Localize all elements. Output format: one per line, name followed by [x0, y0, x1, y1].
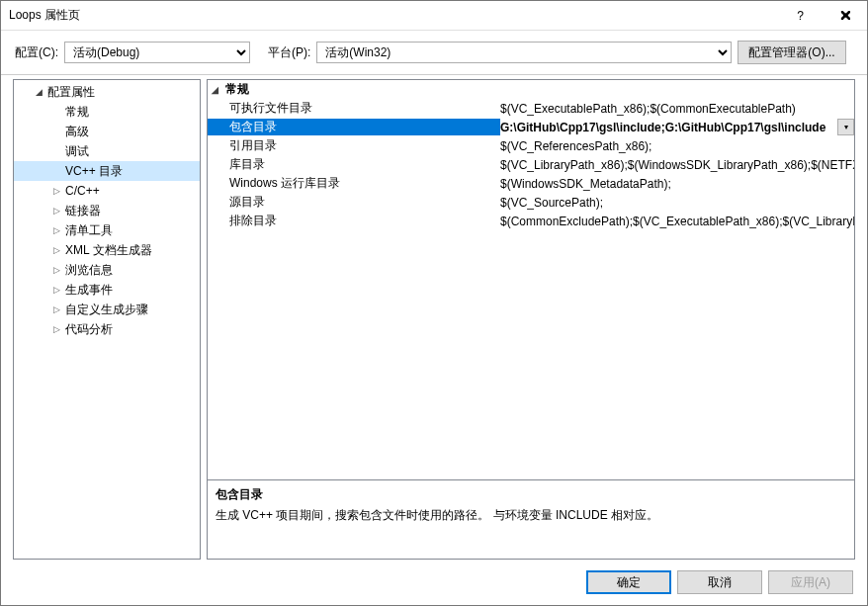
tree-item-label: 代码分析: [65, 321, 113, 338]
grid-row-label: 库目录: [208, 156, 500, 173]
grid-row-value[interactable]: $(VC_LibraryPath_x86);$(WindowsSDK_Libra…: [500, 158, 854, 172]
grid-row[interactable]: 包含目录G:\GitHub\Cpp17\gsl\include;G:\GitHu…: [208, 118, 854, 136]
tree-item[interactable]: ▷自定义生成步骤: [14, 300, 200, 319]
grid-row[interactable]: 排除目录$(CommonExcludePath);$(VC_Executable…: [208, 212, 854, 230]
tree-item-label: 高级: [65, 124, 89, 140]
tree-item-label: 清单工具: [65, 222, 113, 239]
chevron-right-icon: ▷: [53, 245, 65, 255]
grid-section-header[interactable]: ◢ 常规: [208, 80, 854, 99]
tree-item[interactable]: ▷清单工具: [14, 220, 200, 240]
config-label: 配置(C):: [15, 44, 58, 61]
tree-item[interactable]: ▷生成事件: [14, 280, 200, 300]
cancel-button[interactable]: 取消: [677, 570, 762, 594]
tree-item[interactable]: VC++ 目录: [14, 161, 200, 181]
grid-row-label: 包含目录: [208, 119, 500, 135]
chevron-right-icon: ▷: [53, 265, 65, 275]
chevron-down-icon: ◢: [212, 85, 225, 95]
property-pages-dialog: Loops 属性页 ? 🗙 配置(C): 活动(Debug) 平台(P): 活动…: [0, 0, 868, 606]
config-manager-button[interactable]: 配置管理器(O)...: [738, 41, 845, 64]
tree-item-label: 调试: [65, 143, 89, 160]
grid-row-label: 排除目录: [208, 213, 500, 229]
grid-row-value[interactable]: G:\GitHub\Cpp17\gsl\include;G:\GitHub\Cp…: [500, 121, 835, 134]
config-toolbar: 配置(C): 活动(Debug) 平台(P): 活动(Win32) 配置管理器(…: [1, 31, 867, 74]
tree-item[interactable]: ▷链接器: [14, 201, 200, 220]
ok-button[interactable]: 确定: [586, 570, 671, 594]
close-button[interactable]: 🗙: [823, 1, 867, 31]
grid-row-value[interactable]: $(VC_SourcePath);: [500, 196, 854, 210]
tree-item[interactable]: 高级: [14, 122, 200, 141]
description-text: 生成 VC++ 项目期间，搜索包含文件时使用的路径。 与环境变量 INCLUDE…: [216, 507, 846, 524]
chevron-right-icon: ▷: [53, 285, 65, 295]
grid-row[interactable]: 源目录$(VC_SourcePath);: [208, 193, 854, 212]
dialog-body: ◢ 配置属性 常规高级调试VC++ 目录▷C/C++▷链接器▷清单工具▷XML …: [1, 74, 867, 560]
tree-item[interactable]: ▷浏览信息: [14, 260, 200, 280]
grid-row-value[interactable]: $(WindowsSDK_MetadataPath);: [500, 177, 854, 191]
dropdown-icon[interactable]: ▾: [837, 119, 854, 135]
tree-item-label: C/C++: [65, 184, 100, 198]
grid-section-label: 常规: [225, 81, 249, 98]
chevron-down-icon: ◢: [36, 87, 47, 97]
chevron-right-icon: ▷: [53, 225, 65, 235]
grid-row[interactable]: 库目录$(VC_LibraryPath_x86);$(WindowsSDK_Li…: [208, 155, 854, 174]
config-tree[interactable]: ◢ 配置属性 常规高级调试VC++ 目录▷C/C++▷链接器▷清单工具▷XML …: [13, 79, 201, 560]
close-icon: 🗙: [839, 9, 851, 23]
grid-row-label: 源目录: [208, 194, 500, 211]
property-panel: ◢ 常规 可执行文件目录$(VC_ExecutablePath_x86);$(C…: [207, 79, 855, 560]
grid-row[interactable]: 引用目录$(VC_ReferencesPath_x86);: [208, 136, 854, 155]
tree-item[interactable]: ▷XML 文档生成器: [14, 240, 200, 260]
tree-item[interactable]: 常规: [14, 102, 200, 122]
help-button[interactable]: ?: [778, 1, 823, 31]
description-panel: 包含目录 生成 VC++ 项目期间，搜索包含文件时使用的路径。 与环境变量 IN…: [207, 480, 855, 560]
tree-item-label: 常规: [65, 104, 89, 121]
platform-label: 平台(P):: [268, 44, 310, 61]
grid-row-value[interactable]: $(CommonExcludePath);$(VC_ExecutablePath…: [500, 215, 854, 228]
grid-row-value[interactable]: $(VC_ExecutablePath_x86);$(CommonExecuta…: [500, 102, 854, 116]
grid-row-label: Windows 运行库目录: [208, 175, 500, 192]
tree-item[interactable]: ▷代码分析: [14, 319, 200, 339]
tree-item-label: 链接器: [65, 203, 101, 219]
tree-root-label: 配置属性: [47, 84, 95, 101]
description-title: 包含目录: [216, 486, 846, 503]
chevron-right-icon: ▷: [53, 304, 65, 314]
chevron-right-icon: ▷: [53, 324, 65, 334]
titlebar: Loops 属性页 ? 🗙: [1, 1, 867, 31]
platform-select[interactable]: 活动(Win32): [316, 42, 732, 63]
tree-root[interactable]: ◢ 配置属性: [14, 82, 200, 102]
grid-row-value[interactable]: $(VC_ReferencesPath_x86);: [500, 139, 854, 153]
tree-item-label: XML 文档生成器: [65, 242, 152, 259]
config-select[interactable]: 活动(Debug): [64, 42, 250, 63]
dialog-footer: 确定 取消 应用(A): [1, 560, 867, 605]
window-title: Loops 属性页: [9, 7, 778, 24]
tree-item-label: 生成事件: [65, 282, 113, 299]
apply-button[interactable]: 应用(A): [768, 570, 853, 594]
tree-item[interactable]: 调试: [14, 141, 200, 161]
tree-item[interactable]: ▷C/C++: [14, 181, 200, 201]
chevron-right-icon: ▷: [53, 186, 65, 196]
grid-row[interactable]: 可执行文件目录$(VC_ExecutablePath_x86);$(Common…: [208, 99, 854, 118]
grid-row-label: 引用目录: [208, 137, 500, 154]
tree-item-label: VC++ 目录: [65, 163, 123, 180]
grid-row-label: 可执行文件目录: [208, 100, 500, 117]
grid-row[interactable]: Windows 运行库目录$(WindowsSDK_MetadataPath);: [208, 174, 854, 193]
tree-item-label: 浏览信息: [65, 262, 113, 279]
tree-item-label: 自定义生成步骤: [65, 302, 148, 318]
help-icon: ?: [797, 9, 804, 23]
chevron-right-icon: ▷: [53, 206, 65, 216]
property-grid: ◢ 常规 可执行文件目录$(VC_ExecutablePath_x86);$(C…: [207, 79, 855, 480]
